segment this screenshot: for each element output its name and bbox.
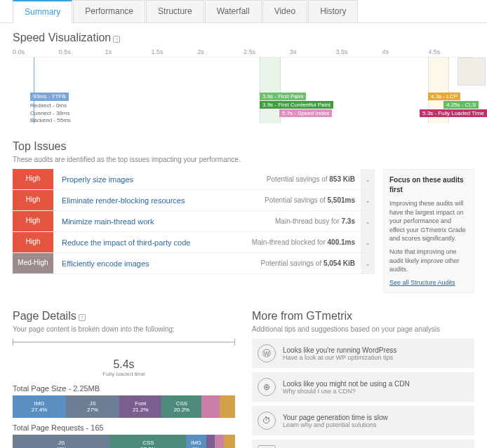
issue-value: Potential savings of 853 KiB [267,175,361,183]
bar-segment [215,435,224,448]
axis-tick: 1s [105,48,152,55]
frame-thumb [458,57,486,86]
issue-name: Reduce the impact of third-party code [53,238,252,247]
issue-row[interactable]: HighMinimize main-thread workMain-thread… [13,211,375,232]
severity-badge: Med-High [13,253,53,273]
axis-tick: 3s [290,48,336,55]
tip-item[interactable]: 3rdYou have a significant amount of thir… [252,440,474,448]
issue-row[interactable]: HighReduce the impact of third-party cod… [13,232,375,253]
timing-marker: 3.9s - First Paint [260,93,306,100]
page-details: Page Details? Your page content is broke… [13,310,235,448]
bar-segment [224,435,235,448]
tip-icon: Ⓦ [258,344,276,362]
tip-icon: ⏱ [258,412,276,430]
page-details-title: Page Details [13,310,76,322]
tips-list: ⓌLooks like you're running WordPressHave… [252,339,474,448]
axis-tick: 0.5s [59,48,105,55]
chevron-down-icon[interactable]: ⌄ [361,232,375,252]
timing-marker: 5.3s - Fully Loaded Time [420,109,487,117]
issue-value: Main-thread blocked for 400.1ms [252,238,361,246]
tip-text: Looks like you might not be using a CDNW… [283,380,410,395]
issue-value: Potential savings of 5,501ms [265,196,361,204]
issue-row[interactable]: Med-HighEfficiently encode imagesPotenti… [13,253,375,274]
req-title: Total Page Requests - 165 [13,423,235,432]
bar-segment: Font21.2% [119,395,161,418]
more-sub: Additional tips and suggestions based on… [252,325,474,333]
ttfb-box: 93ms - TTFB Redirect - 0ms Connect - 38m… [30,93,71,125]
issue-name: Efficiently encode images [53,259,260,268]
timing-marker: 4.25s - CLS [443,101,479,109]
issues-title: Top Issues [13,140,474,153]
axis-tick: 2s [197,48,244,55]
bar-segment: IMG27.4% [13,395,66,418]
issues-sidebar: Focus on these audits first Improving th… [383,169,474,293]
issue-value: Main-thread busy for 7.3s [275,217,361,225]
timing-marker: 4.3s - LCP [428,93,460,100]
issue-name: Minimize main-thread work [53,217,275,226]
bar-segment: JS48% [13,435,110,448]
issue-value: Potential savings of 5,054 KiB [260,259,361,267]
axis-tick: 0.0s [13,48,59,55]
size-title: Total Page Size - 2.25MB [13,384,235,393]
loaded-time: 5.4s [13,358,235,371]
axis-tick: 2.5s [244,48,290,55]
tip-text: Your page generation time is slowLearn w… [283,414,388,428]
tip-text: Looks like you're running WordPressHave … [283,346,396,361]
tab-performance[interactable]: Performance [73,0,145,22]
speed-viz-section: Speed Visualization? 0.0s0.5s1s1.5s2s2.5… [0,23,487,132]
help-icon[interactable]: ? [79,314,86,321]
more-title: More from GTmetrix [252,310,474,323]
bar-segment: JS27% [66,395,119,418]
axis-tick: 3.5s [336,48,382,55]
loaded-sub: Fully loaded time [13,371,235,377]
issue-name: Eliminate render-blocking resources [53,196,265,205]
issue-row[interactable]: HighProperly size imagesPotential saving… [13,169,375,190]
tab-waterfall[interactable]: Waterfall [205,0,262,22]
severity-badge: High [13,232,53,252]
tabs: SummaryPerformanceStructureWaterfallVide… [0,0,487,23]
tab-video[interactable]: Video [262,0,307,22]
time-axis: 0.0s0.5s1s1.5s2s2.5s3s3.5s4s4.5s [13,48,474,55]
bar-segment: CSS20.2% [161,395,201,418]
axis-tick: 1.5s [151,48,197,55]
more-gtmetrix: More from GTmetrix Additional tips and s… [252,310,474,448]
see-all-link[interactable]: See all Structure Audits [389,279,455,286]
bar-segment [206,435,215,448]
load-slider [13,339,235,355]
bar-segment: IMG8% [186,435,206,448]
tab-summary[interactable]: Summary [13,0,72,23]
axis-tick: 4.5s [428,48,474,55]
issues-sub: These audits are identified as the top i… [13,156,474,163]
side-title: Focus on these audits first [389,175,468,195]
timing-marker: 5.7s - Speed Index [279,109,332,117]
bar-segment [220,395,235,418]
tip-item[interactable]: ⊕Looks like you might not be using a CDN… [252,372,474,402]
tip-icon: 3rd [258,445,276,448]
size-bar: IMG27.4%JS27%Font21.2%CSS20.2% [13,395,235,418]
severity-badge: High [13,190,53,210]
page-details-sub: Your page content is broken down into th… [13,325,235,333]
chevron-down-icon[interactable]: ⌄ [361,211,375,231]
help-icon[interactable]: ? [113,36,120,43]
speed-title: Speed Visualization? [13,32,474,44]
viz-canvas: 93ms - TTFB Redirect - 0ms Connect - 38m… [13,57,474,123]
severity-badge: High [13,169,53,189]
tab-history[interactable]: History [308,0,358,22]
tip-item[interactable]: ⓌLooks like you're running WordPressHave… [252,339,474,368]
bar-segment: CSS37.3% [110,435,186,448]
chevron-down-icon[interactable]: ⌄ [361,253,375,273]
tip-item[interactable]: ⏱Your page generation time is slowLearn … [252,406,474,435]
bar-segment [201,395,219,418]
issue-row[interactable]: HighEliminate render-blocking resourcesP… [13,190,375,211]
issue-name: Properly size images [53,175,267,184]
side-text: Note that improving one audit likely imp… [389,247,468,274]
timing-marker: 3.9s - First Contentful Paint [260,101,333,109]
tab-structure[interactable]: Structure [146,0,204,22]
severity-badge: High [13,211,53,231]
axis-tick: 4s [382,48,428,55]
top-issues-section: Top Issues These audits are identified a… [0,132,487,301]
chevron-down-icon[interactable]: ⌄ [361,169,375,189]
issues-list: HighProperly size imagesPotential saving… [13,169,375,293]
chevron-down-icon[interactable]: ⌄ [361,190,375,210]
green-band [260,57,281,123]
